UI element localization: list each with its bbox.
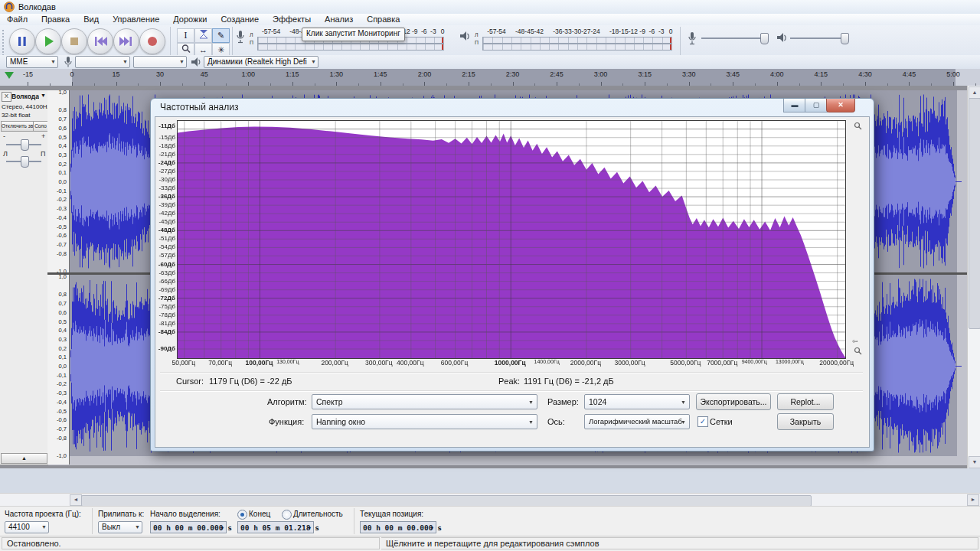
grids-checkbox[interactable]: ✓ bbox=[697, 416, 708, 427]
vertical-scrollbar[interactable]: ▲ ▼ bbox=[967, 86, 980, 468]
meter-tick bbox=[671, 37, 672, 43]
skip-to-start-icon bbox=[92, 33, 109, 50]
x-axis-label-1400: 1400,00Гц bbox=[534, 359, 560, 364]
pan-left-label: Л bbox=[3, 150, 8, 158]
mixer-speaker-icon bbox=[776, 32, 787, 43]
plot-pan-arrow-icon[interactable]: ⇦ bbox=[852, 337, 858, 345]
output-device-select[interactable]: Динамики (Realtek High Defi▼ bbox=[204, 56, 318, 68]
track-collapse-button[interactable]: ▲ bbox=[1, 453, 47, 464]
track-menu-arrow-icon[interactable]: ▼ bbox=[41, 93, 46, 98]
pause-button[interactable] bbox=[9, 28, 35, 54]
meter-tick bbox=[267, 44, 268, 50]
track-close-button[interactable]: X bbox=[2, 92, 11, 102]
skip-to-end-button[interactable] bbox=[113, 28, 139, 54]
plot-zoom-icon[interactable] bbox=[854, 122, 862, 132]
meter-tick bbox=[369, 44, 370, 50]
menu-5[interactable]: Дорожки bbox=[166, 14, 214, 25]
menu-1[interactable]: Файл bbox=[0, 14, 34, 25]
x-axis-label-9400: 9400,00Гц bbox=[742, 359, 767, 364]
pan-slider-thumb[interactable] bbox=[21, 156, 29, 168]
track-title[interactable]: Волкодав bbox=[11, 93, 39, 100]
length-radio[interactable] bbox=[282, 510, 292, 520]
vertical-scroll-thumb[interactable] bbox=[969, 98, 980, 329]
timeline-label-2:45: 2:45 bbox=[550, 70, 564, 78]
selection-toolbar: Частота проекта (Гц): 44100▼ Прилипать к… bbox=[0, 506, 980, 536]
channel-left-label: Л bbox=[475, 32, 479, 37]
quickplay-pin-icon[interactable] bbox=[5, 72, 14, 79]
menu-3[interactable]: Вид bbox=[77, 14, 106, 25]
end-radio-label[interactable]: Конец bbox=[249, 510, 270, 518]
gain-slider-thumb[interactable] bbox=[21, 139, 29, 151]
menu-7[interactable]: Эффекты bbox=[266, 14, 318, 25]
mute-button[interactable]: Отключить звук bbox=[1, 121, 34, 132]
horizontal-scrollbar[interactable]: ◄ ► bbox=[0, 493, 980, 507]
position-field[interactable]: 00 h 00 m 00.000 s▼ bbox=[360, 521, 436, 533]
selection-tool-button[interactable]: I bbox=[177, 28, 194, 43]
size-label: Размер: bbox=[547, 397, 579, 406]
meter-tick bbox=[652, 44, 653, 50]
meter-tick bbox=[540, 37, 541, 43]
spectrum-plot[interactable] bbox=[177, 120, 846, 359]
project-rate-label: Частота проекта (Гц): bbox=[5, 510, 81, 518]
draw-tool-button[interactable]: ✎ bbox=[212, 28, 230, 43]
selection-end-field[interactable]: 00 h 05 m 01.218 s▼ bbox=[237, 521, 314, 533]
amp-label-ch2: 0,7 bbox=[59, 300, 67, 307]
function-select[interactable]: Hanning окно▼ bbox=[312, 414, 537, 429]
play-button[interactable] bbox=[35, 28, 61, 54]
input-channels-select[interactable]: ▼ bbox=[133, 56, 187, 68]
length-radio-label[interactable]: Длительность bbox=[293, 510, 343, 518]
project-rate-select[interactable]: 44100▼ bbox=[5, 521, 49, 533]
record-volume-slider[interactable] bbox=[701, 37, 769, 39]
stop-button[interactable] bbox=[61, 28, 87, 54]
playback-meter[interactable]: ЛП-57-54-48-45-42-36-33-30-27-24-18-15-1… bbox=[473, 28, 674, 51]
grids-label[interactable]: Сетки bbox=[710, 417, 733, 426]
end-radio[interactable] bbox=[237, 510, 247, 520]
menu-2[interactable]: Правка bbox=[34, 14, 77, 25]
y-axis-label--36: -36Дб bbox=[158, 193, 175, 200]
meter-tick bbox=[586, 44, 587, 50]
playback-volume-slider[interactable] bbox=[790, 37, 848, 39]
selection-start-field[interactable]: 00 h 00 m 00.000 s▼ bbox=[150, 521, 227, 533]
algorithm-select[interactable]: Спектр▼ bbox=[312, 394, 537, 409]
meter-tick bbox=[625, 44, 626, 50]
dialog-maximize-button[interactable]: ▢ bbox=[805, 99, 828, 112]
window-title-bar[interactable]: Волкодав bbox=[0, 0, 980, 15]
skip-to-start-button[interactable] bbox=[87, 28, 113, 54]
size-select[interactable]: 1024▼ bbox=[584, 394, 690, 409]
playback-volume-thumb[interactable] bbox=[841, 33, 849, 44]
timeline-ruler[interactable]: -1501530451:001:151:301:452:002:152:302:… bbox=[0, 69, 980, 86]
solo-button[interactable]: Соло bbox=[33, 121, 48, 132]
channel-left-label: Л bbox=[250, 32, 253, 37]
snap-to-select[interactable]: Выкл▼ bbox=[98, 521, 142, 533]
dialog-minimize-button[interactable]: ▬ bbox=[783, 99, 806, 112]
axis-select[interactable]: Логарифмический масштаб▼ bbox=[584, 414, 690, 429]
envelope-tool-button[interactable] bbox=[194, 28, 212, 43]
amp-label-ch1: 0,1 bbox=[59, 169, 67, 176]
scroll-down-arrow-icon[interactable]: ▼ bbox=[969, 456, 980, 468]
horizontal-scroll-thumb[interactable] bbox=[81, 495, 812, 507]
timeline-label-2:15: 2:15 bbox=[462, 70, 475, 78]
dialog-close-action-button[interactable]: Закрыть bbox=[777, 413, 834, 430]
meter-tick bbox=[568, 44, 569, 50]
replot-button[interactable]: Replot... bbox=[777, 393, 834, 410]
menu-6[interactable]: Создание bbox=[214, 14, 266, 25]
audio-host-select[interactable]: MME▼ bbox=[6, 56, 58, 68]
menu-9[interactable]: Справка bbox=[360, 14, 407, 25]
y-axis-label--42: -42Дб bbox=[158, 210, 175, 217]
timeline-label-1:15: 1:15 bbox=[286, 70, 299, 78]
scroll-left-arrow-icon[interactable]: ◄ bbox=[70, 494, 82, 506]
export-button[interactable]: Экспортировать... bbox=[696, 393, 771, 410]
record-volume-thumb[interactable] bbox=[760, 33, 769, 44]
amp-label-ch2: 0,8 bbox=[59, 291, 67, 298]
record-button[interactable] bbox=[139, 28, 165, 54]
scroll-up-arrow-icon[interactable]: ▲ bbox=[969, 86, 980, 99]
scroll-right-arrow-icon[interactable]: ► bbox=[967, 494, 979, 506]
dialog-close-button[interactable]: ✕ bbox=[826, 99, 855, 112]
menu-4[interactable]: Управление bbox=[106, 14, 166, 25]
y-axis-label--45: -45Дб bbox=[158, 218, 175, 225]
menu-8[interactable]: Анализ bbox=[318, 14, 360, 25]
meter-tick bbox=[360, 44, 361, 50]
chevron-down-icon: ▼ bbox=[41, 524, 47, 530]
plot-zoom-out-icon[interactable] bbox=[854, 347, 862, 357]
input-device-select[interactable]: ▼ bbox=[75, 56, 130, 68]
